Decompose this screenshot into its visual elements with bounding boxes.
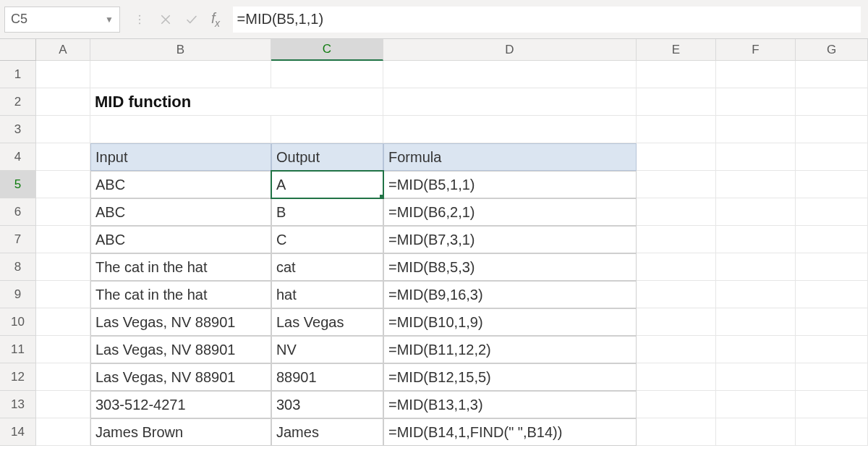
cell[interactable] [716, 391, 796, 418]
cell[interactable] [383, 88, 637, 116]
cell-formula[interactable]: =MID(B10,1,9) [383, 308, 637, 336]
cell[interactable] [716, 363, 796, 391]
cell[interactable] [796, 88, 868, 116]
cell[interactable] [796, 391, 868, 418]
cell[interactable] [796, 116, 868, 143]
cell-input[interactable]: Las Vegas, NV 88901 [90, 363, 271, 391]
cell[interactable] [716, 171, 796, 198]
cell[interactable] [716, 226, 796, 253]
cell[interactable] [637, 61, 716, 88]
cell[interactable] [271, 116, 383, 143]
cell-formula[interactable]: =MID(B13,1,3) [383, 391, 637, 418]
cell[interactable] [796, 281, 868, 308]
row-header[interactable]: 14 [0, 418, 36, 446]
cell-formula[interactable]: =MID(B14,1,FIND(" ",B14)) [383, 418, 637, 446]
cell-output[interactable]: hat [271, 281, 383, 308]
cell-formula[interactable]: =MID(B8,5,3) [383, 253, 637, 281]
cell[interactable] [796, 198, 868, 226]
row-header[interactable]: 10 [0, 308, 36, 336]
row-header[interactable]: 12 [0, 363, 36, 391]
cell[interactable] [716, 61, 796, 88]
cell-input[interactable]: ABC [90, 226, 271, 253]
cell[interactable] [90, 116, 271, 143]
cell-input[interactable]: 303-512-4271 [90, 391, 271, 418]
cell-input[interactable]: ABC [90, 198, 271, 226]
cell-output[interactable]: 88901 [271, 363, 383, 391]
cell-formula[interactable]: =MID(B11,12,2) [383, 336, 637, 363]
cell[interactable] [796, 253, 868, 281]
row-header[interactable]: 8 [0, 253, 36, 281]
cell[interactable] [637, 171, 716, 198]
cell[interactable] [796, 61, 868, 88]
cell[interactable] [36, 171, 90, 198]
col-header-B[interactable]: B [90, 39, 271, 61]
cell[interactable] [36, 363, 90, 391]
row-header[interactable]: 9 [0, 281, 36, 308]
cell[interactable] [716, 253, 796, 281]
cell[interactable] [637, 88, 716, 116]
cell[interactable] [271, 88, 383, 116]
cell[interactable] [36, 116, 90, 143]
more-icon[interactable] [133, 13, 146, 26]
row-header[interactable]: 13 [0, 391, 36, 418]
cell-input[interactable]: The cat in the hat [90, 281, 271, 308]
row-header[interactable]: 11 [0, 336, 36, 363]
cell-output[interactable]: A [271, 171, 383, 198]
cell[interactable] [36, 281, 90, 308]
cell[interactable] [796, 363, 868, 391]
table-header-formula[interactable]: Formula [383, 143, 637, 171]
cell[interactable] [716, 88, 796, 116]
cell[interactable] [796, 226, 868, 253]
cell-formula[interactable]: =MID(B9,16,3) [383, 281, 637, 308]
cell[interactable] [36, 253, 90, 281]
enter-icon[interactable] [185, 13, 198, 26]
cell-formula[interactable]: =MID(B12,15,5) [383, 363, 637, 391]
cell-input[interactable]: Las Vegas, NV 88901 [90, 336, 271, 363]
cell[interactable] [36, 226, 90, 253]
cell[interactable] [716, 308, 796, 336]
row-header[interactable]: 1 [0, 61, 36, 88]
cell[interactable] [36, 308, 90, 336]
cell[interactable] [36, 61, 90, 88]
cell[interactable] [637, 116, 716, 143]
row-header[interactable]: 4 [0, 143, 36, 171]
cell[interactable] [796, 418, 868, 446]
cell[interactable] [637, 253, 716, 281]
col-header-F[interactable]: F [716, 39, 796, 61]
cell[interactable] [36, 418, 90, 446]
cell[interactable] [637, 281, 716, 308]
cell-output[interactable]: 303 [271, 391, 383, 418]
col-header-C[interactable]: C [271, 39, 383, 61]
cell[interactable] [796, 143, 868, 171]
row-header[interactable]: 7 [0, 226, 36, 253]
cell-input[interactable]: James Brown [90, 418, 271, 446]
cell[interactable] [271, 61, 383, 88]
cell[interactable] [383, 116, 637, 143]
formula-input[interactable]: =MID(B5,1,1) [233, 7, 861, 33]
cell[interactable] [637, 308, 716, 336]
row-header[interactable]: 5 [0, 171, 36, 198]
cell[interactable] [90, 61, 271, 88]
cell-output[interactable]: C [271, 226, 383, 253]
cell[interactable] [637, 391, 716, 418]
cell[interactable] [796, 171, 868, 198]
cell-formula[interactable]: =MID(B6,2,1) [383, 198, 637, 226]
cell[interactable] [36, 88, 90, 116]
cell-input[interactable]: The cat in the hat [90, 253, 271, 281]
cell-output[interactable]: NV [271, 336, 383, 363]
row-header[interactable]: 6 [0, 198, 36, 226]
name-box-dropdown-icon[interactable]: ▼ [105, 14, 114, 25]
cell[interactable] [716, 418, 796, 446]
cell-output[interactable]: James [271, 418, 383, 446]
cell-formula[interactable]: =MID(B7,3,1) [383, 226, 637, 253]
fx-icon[interactable]: fx [211, 10, 220, 29]
row-header[interactable]: 2 [0, 88, 36, 116]
cell-input[interactable]: Las Vegas, NV 88901 [90, 308, 271, 336]
cell[interactable] [637, 418, 716, 446]
col-header-E[interactable]: E [637, 39, 716, 61]
cell-input[interactable]: ABC [90, 171, 271, 198]
cell[interactable] [716, 281, 796, 308]
cell-output[interactable]: Las Vegas [271, 308, 383, 336]
cell[interactable] [383, 61, 637, 88]
cell[interactable] [716, 198, 796, 226]
